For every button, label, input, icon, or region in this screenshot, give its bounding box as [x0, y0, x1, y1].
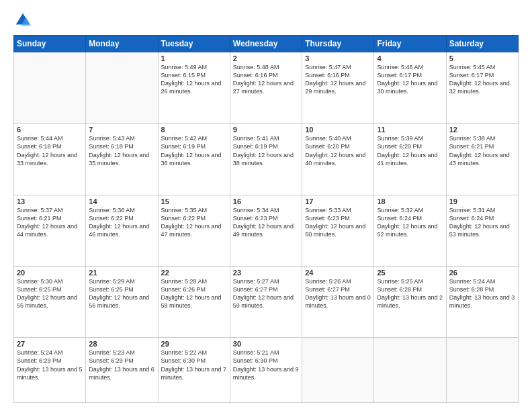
calendar-cell: 9Sunrise: 5:41 AM Sunset: 6:19 PM Daylig…: [230, 124, 302, 195]
calendar-header-row: SundayMondayTuesdayWednesdayThursdayFrid…: [14, 36, 519, 52]
day-info: Sunrise: 5:26 AM Sunset: 6:27 PM Dayligh…: [305, 277, 371, 310]
calendar-header-thursday: Thursday: [302, 36, 374, 52]
calendar-cell: 10Sunrise: 5:40 AM Sunset: 6:20 PM Dayli…: [302, 124, 374, 195]
calendar-cell: 2Sunrise: 5:48 AM Sunset: 6:16 PM Daylig…: [230, 52, 302, 124]
calendar-cell: 18Sunrise: 5:32 AM Sunset: 6:24 PM Dayli…: [374, 195, 446, 266]
day-info: Sunrise: 5:44 AM Sunset: 6:18 PM Dayligh…: [17, 134, 83, 167]
day-number: 8: [161, 126, 227, 134]
day-info: Sunrise: 5:25 AM Sunset: 6:28 PM Dayligh…: [377, 277, 443, 310]
day-number: 10: [305, 126, 371, 134]
calendar-week-3: 13Sunrise: 5:37 AM Sunset: 6:21 PM Dayli…: [14, 195, 519, 266]
page: SundayMondayTuesdayWednesdayThursdayFrid…: [0, 0, 532, 411]
calendar-cell: 21Sunrise: 5:29 AM Sunset: 6:25 PM Dayli…: [86, 266, 158, 337]
day-number: 17: [305, 197, 371, 205]
day-number: 1: [161, 54, 227, 62]
calendar-week-5: 27Sunrise: 5:24 AM Sunset: 6:29 PM Dayli…: [14, 338, 519, 403]
calendar-cell: [446, 338, 518, 403]
calendar-cell: 25Sunrise: 5:25 AM Sunset: 6:28 PM Dayli…: [374, 266, 446, 337]
calendar-cell: 11Sunrise: 5:39 AM Sunset: 6:20 PM Dayli…: [374, 124, 446, 195]
day-number: 21: [89, 269, 154, 277]
day-info: Sunrise: 5:33 AM Sunset: 6:23 PM Dayligh…: [305, 206, 371, 239]
calendar-cell: [86, 52, 158, 124]
day-info: Sunrise: 5:46 AM Sunset: 6:17 PM Dayligh…: [377, 63, 443, 96]
calendar-cell: 29Sunrise: 5:22 AM Sunset: 6:30 PM Dayli…: [158, 338, 230, 403]
day-number: 26: [449, 269, 515, 277]
calendar-cell: 4Sunrise: 5:46 AM Sunset: 6:17 PM Daylig…: [374, 52, 446, 124]
calendar-cell: 22Sunrise: 5:28 AM Sunset: 6:26 PM Dayli…: [158, 266, 230, 337]
calendar-cell: [14, 52, 86, 124]
calendar-cell: 3Sunrise: 5:47 AM Sunset: 6:16 PM Daylig…: [302, 52, 374, 124]
header: [13, 11, 519, 30]
day-number: 30: [233, 340, 299, 348]
calendar-cell: 26Sunrise: 5:24 AM Sunset: 6:28 PM Dayli…: [446, 266, 518, 337]
day-number: 18: [377, 197, 443, 205]
calendar-cell: 19Sunrise: 5:31 AM Sunset: 6:24 PM Dayli…: [446, 195, 518, 266]
day-info: Sunrise: 5:47 AM Sunset: 6:16 PM Dayligh…: [305, 63, 371, 96]
day-info: Sunrise: 5:37 AM Sunset: 6:21 PM Dayligh…: [17, 206, 83, 239]
calendar-cell: [374, 338, 446, 403]
day-info: Sunrise: 5:22 AM Sunset: 6:30 PM Dayligh…: [161, 349, 227, 381]
day-number: 25: [377, 269, 443, 277]
day-info: Sunrise: 5:42 AM Sunset: 6:19 PM Dayligh…: [161, 134, 227, 167]
calendar-header-wednesday: Wednesday: [230, 36, 302, 52]
calendar-cell: 7Sunrise: 5:43 AM Sunset: 6:18 PM Daylig…: [86, 124, 158, 195]
day-number: 16: [233, 197, 299, 205]
day-number: 5: [449, 54, 515, 62]
day-number: 15: [161, 197, 227, 205]
calendar-cell: 13Sunrise: 5:37 AM Sunset: 6:21 PM Dayli…: [14, 195, 86, 266]
calendar-week-1: 1Sunrise: 5:49 AM Sunset: 6:15 PM Daylig…: [14, 52, 519, 124]
day-number: 2: [233, 54, 299, 62]
day-number: 4: [377, 54, 443, 62]
calendar-header-monday: Monday: [86, 36, 158, 52]
day-info: Sunrise: 5:27 AM Sunset: 6:27 PM Dayligh…: [233, 277, 299, 310]
calendar-cell: 14Sunrise: 5:36 AM Sunset: 6:22 PM Dayli…: [86, 195, 158, 266]
day-info: Sunrise: 5:45 AM Sunset: 6:17 PM Dayligh…: [449, 63, 515, 96]
calendar-cell: 23Sunrise: 5:27 AM Sunset: 6:27 PM Dayli…: [230, 266, 302, 337]
calendar-cell: 27Sunrise: 5:24 AM Sunset: 6:29 PM Dayli…: [14, 338, 86, 403]
calendar-cell: 30Sunrise: 5:21 AM Sunset: 6:30 PM Dayli…: [230, 338, 302, 403]
day-info: Sunrise: 5:48 AM Sunset: 6:16 PM Dayligh…: [233, 63, 299, 96]
calendar-header-sunday: Sunday: [14, 36, 86, 52]
day-info: Sunrise: 5:32 AM Sunset: 6:24 PM Dayligh…: [377, 206, 443, 239]
day-number: 23: [233, 269, 299, 277]
calendar-table: SundayMondayTuesdayWednesdayThursdayFrid…: [13, 35, 519, 403]
day-info: Sunrise: 5:24 AM Sunset: 6:29 PM Dayligh…: [17, 349, 83, 381]
calendar-header-friday: Friday: [374, 36, 446, 52]
day-info: Sunrise: 5:39 AM Sunset: 6:20 PM Dayligh…: [377, 134, 443, 167]
logo-icon: [13, 11, 32, 30]
calendar-header-saturday: Saturday: [446, 36, 518, 52]
calendar-week-4: 20Sunrise: 5:30 AM Sunset: 6:25 PM Dayli…: [14, 266, 519, 337]
day-number: 3: [305, 54, 371, 62]
calendar-header-tuesday: Tuesday: [158, 36, 230, 52]
calendar-cell: [302, 338, 374, 403]
calendar-cell: 12Sunrise: 5:38 AM Sunset: 6:21 PM Dayli…: [446, 124, 518, 195]
calendar-cell: 17Sunrise: 5:33 AM Sunset: 6:23 PM Dayli…: [302, 195, 374, 266]
day-info: Sunrise: 5:36 AM Sunset: 6:22 PM Dayligh…: [89, 206, 154, 239]
day-info: Sunrise: 5:43 AM Sunset: 6:18 PM Dayligh…: [89, 134, 154, 167]
day-info: Sunrise: 5:24 AM Sunset: 6:28 PM Dayligh…: [449, 277, 515, 310]
calendar-cell: 15Sunrise: 5:35 AM Sunset: 6:22 PM Dayli…: [158, 195, 230, 266]
calendar-cell: 5Sunrise: 5:45 AM Sunset: 6:17 PM Daylig…: [446, 52, 518, 124]
calendar-cell: 16Sunrise: 5:34 AM Sunset: 6:23 PM Dayli…: [230, 195, 302, 266]
calendar-cell: 28Sunrise: 5:23 AM Sunset: 6:29 PM Dayli…: [86, 338, 158, 403]
day-info: Sunrise: 5:29 AM Sunset: 6:25 PM Dayligh…: [89, 277, 154, 310]
day-info: Sunrise: 5:35 AM Sunset: 6:22 PM Dayligh…: [161, 206, 227, 239]
day-number: 19: [449, 197, 515, 205]
day-info: Sunrise: 5:28 AM Sunset: 6:26 PM Dayligh…: [161, 277, 227, 310]
day-number: 6: [17, 126, 83, 134]
calendar-week-2: 6Sunrise: 5:44 AM Sunset: 6:18 PM Daylig…: [14, 124, 519, 195]
day-number: 14: [89, 197, 154, 205]
day-info: Sunrise: 5:31 AM Sunset: 6:24 PM Dayligh…: [449, 206, 515, 239]
day-number: 9: [233, 126, 299, 134]
day-number: 20: [17, 269, 83, 277]
day-number: 11: [377, 126, 443, 134]
calendar-cell: 20Sunrise: 5:30 AM Sunset: 6:25 PM Dayli…: [14, 266, 86, 337]
day-number: 28: [89, 340, 154, 348]
day-number: 7: [89, 126, 154, 134]
day-info: Sunrise: 5:40 AM Sunset: 6:20 PM Dayligh…: [305, 134, 371, 167]
day-info: Sunrise: 5:30 AM Sunset: 6:25 PM Dayligh…: [17, 277, 83, 310]
day-number: 29: [161, 340, 227, 348]
day-info: Sunrise: 5:41 AM Sunset: 6:19 PM Dayligh…: [233, 134, 299, 167]
day-info: Sunrise: 5:23 AM Sunset: 6:29 PM Dayligh…: [89, 349, 154, 381]
calendar-cell: 24Sunrise: 5:26 AM Sunset: 6:27 PM Dayli…: [302, 266, 374, 337]
